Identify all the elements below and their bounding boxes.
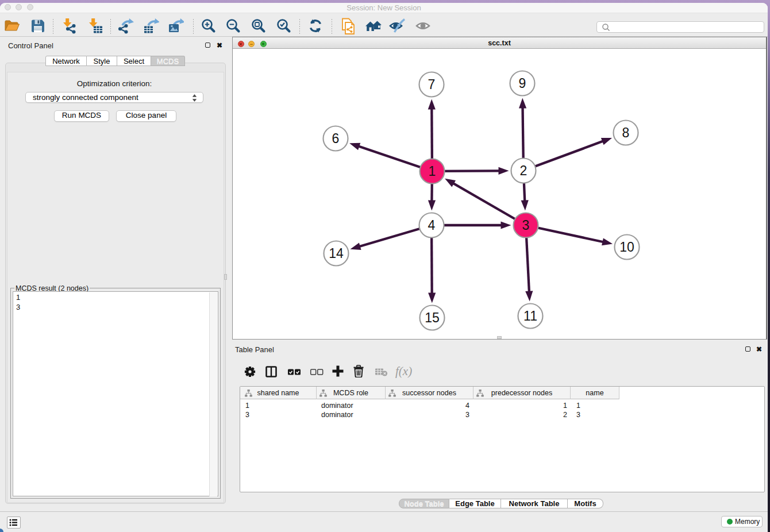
- svg-text:11: 11: [523, 309, 537, 323]
- svg-text:1: 1: [429, 164, 436, 179]
- svg-text:7: 7: [428, 77, 436, 92]
- svg-text:14: 14: [329, 246, 344, 261]
- svg-text:9: 9: [519, 76, 526, 91]
- svg-text:4: 4: [428, 218, 436, 233]
- svg-text:15: 15: [425, 310, 440, 325]
- svg-text:3: 3: [522, 218, 530, 233]
- svg-text:6: 6: [332, 131, 340, 146]
- svg-text:10: 10: [619, 240, 634, 255]
- svg-text:2: 2: [520, 163, 528, 178]
- svg-text:8: 8: [622, 125, 630, 140]
